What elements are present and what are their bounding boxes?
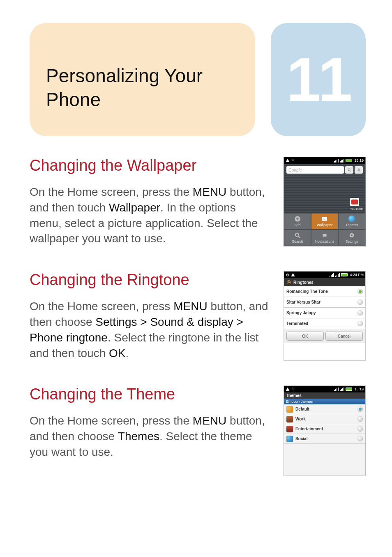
menu-themes[interactable]: Themes bbox=[338, 213, 365, 230]
section-wallpaper: Changing the Wallpaper On the Home scree… bbox=[30, 157, 366, 246]
status-time: 15:19 bbox=[354, 387, 364, 391]
radio-icon bbox=[357, 299, 363, 305]
theme-body: On the Home screen, press the MENU butto… bbox=[30, 413, 270, 460]
google-search-field[interactable]: Google bbox=[286, 166, 344, 174]
ringtone-item[interactable]: Sitar Versus Sitar bbox=[284, 297, 365, 308]
menu-search-label: Search bbox=[292, 239, 303, 244]
youtube-label: YouTube bbox=[350, 207, 363, 211]
ringtone-body: On the Home screen, press MENU button, a… bbox=[30, 299, 270, 361]
signal-3g-icon bbox=[334, 388, 339, 391]
themes-icon bbox=[348, 216, 355, 222]
signal-3g-icon bbox=[330, 273, 334, 277]
plus-icon bbox=[294, 216, 301, 222]
radio-icon bbox=[357, 436, 363, 441]
svg-point-1 bbox=[348, 168, 350, 171]
svg-point-11 bbox=[288, 282, 290, 283]
chapter-number: 11 bbox=[286, 44, 350, 115]
chapter-title-card: Personalizing Your Phone bbox=[30, 23, 255, 136]
ringtone-item[interactable]: Romancing The Tone bbox=[284, 286, 365, 297]
ringtone-heading: Changing the Ringtone bbox=[30, 271, 270, 289]
chapter-number-card: 11 bbox=[271, 23, 366, 136]
theme-entertainment-icon bbox=[286, 426, 293, 432]
image-icon bbox=[321, 216, 328, 222]
menu-themes-label: Themes bbox=[346, 223, 358, 227]
themes-titlebar: Themes bbox=[284, 392, 365, 399]
status-bar: 4:24 PM bbox=[284, 272, 365, 278]
gear-icon bbox=[348, 232, 355, 239]
voice-button[interactable] bbox=[355, 166, 363, 174]
signal-icon bbox=[340, 159, 344, 162]
youtube-shortcut[interactable]: YouTube bbox=[350, 198, 363, 211]
radio-icon bbox=[357, 310, 363, 316]
svg-point-12 bbox=[293, 388, 293, 389]
menu-wallpaper[interactable]: Wallpaper bbox=[311, 213, 338, 230]
theme-item[interactable]: Work bbox=[284, 414, 365, 424]
screenshot-wallpaper: 15:19 Google YouTube bbox=[284, 157, 366, 246]
battery-icon bbox=[341, 273, 348, 276]
theme-item[interactable]: Default bbox=[284, 404, 365, 414]
ringtone-item[interactable]: Terminated bbox=[284, 318, 365, 329]
usb-icon bbox=[291, 158, 295, 162]
radio-icon bbox=[357, 416, 363, 422]
ringtone-item[interactable]: Springy Jalopy bbox=[284, 308, 365, 318]
search-icon bbox=[294, 232, 301, 239]
menu-add[interactable]: Add bbox=[284, 213, 311, 230]
warning-icon bbox=[291, 273, 295, 277]
theme-item[interactable]: Entertainment bbox=[284, 424, 365, 434]
wallpaper-body: On the Home screen, press the MENU butto… bbox=[30, 184, 270, 246]
signal-3g-icon bbox=[334, 159, 339, 162]
warning-icon bbox=[286, 387, 290, 391]
options-menu: Add Wallpaper Themes Search Notification… bbox=[284, 213, 365, 246]
ringtone-list: Romancing The Tone Sitar Versus Sitar Sp… bbox=[284, 286, 365, 329]
radio-icon bbox=[357, 289, 363, 294]
menu-search[interactable]: Search bbox=[284, 230, 311, 246]
theme-social-icon bbox=[286, 436, 293, 442]
radio-icon bbox=[357, 426, 363, 432]
home-screen: Google YouTube bbox=[284, 164, 365, 213]
warning-icon bbox=[286, 158, 290, 162]
menu-settings-label: Settings bbox=[346, 239, 358, 244]
ok-button[interactable]: OK bbox=[286, 332, 324, 341]
chapter-title: Personalizing Your Phone bbox=[46, 64, 239, 111]
svg-point-0 bbox=[293, 159, 293, 160]
mic-icon bbox=[357, 168, 361, 172]
signal-icon bbox=[335, 273, 340, 277]
status-bar: 15:19 bbox=[284, 157, 365, 164]
cancel-button[interactable]: Cancel bbox=[325, 332, 363, 341]
screenshot-ringtone: 4:24 PM Ringtones Romancing The Tone Sit… bbox=[284, 271, 366, 361]
theme-heading: Changing the Theme bbox=[30, 385, 270, 403]
menu-settings[interactable]: Settings bbox=[338, 230, 365, 246]
alarm-icon bbox=[286, 273, 290, 277]
themes-subheader: Emotion themes bbox=[284, 399, 365, 404]
battery-icon bbox=[346, 388, 352, 391]
theme-item[interactable]: Social bbox=[284, 434, 365, 444]
status-time: 4:24 PM bbox=[350, 273, 364, 277]
menu-notifications[interactable]: Notifications bbox=[311, 230, 338, 246]
svg-rect-6 bbox=[323, 234, 326, 237]
signal-icon bbox=[340, 388, 344, 391]
svg-rect-2 bbox=[358, 168, 360, 170]
theme-default-icon bbox=[286, 406, 293, 413]
theme-list: Default Work Entertainment Social bbox=[284, 404, 365, 444]
svg-point-8 bbox=[351, 234, 353, 236]
radio-icon bbox=[357, 321, 363, 326]
theme-work-icon bbox=[286, 416, 293, 422]
screenshot-theme: 15:19 Themes Emotion themes Default Work… bbox=[284, 385, 366, 476]
ringtones-header: Ringtones bbox=[284, 278, 365, 286]
section-theme: Changing the Theme On the Home screen, p… bbox=[30, 385, 366, 476]
section-ringtone: Changing the Ringtone On the Home screen… bbox=[30, 271, 366, 361]
menu-wallpaper-label: Wallpaper bbox=[317, 223, 332, 227]
search-button[interactable] bbox=[345, 166, 353, 174]
ringtone-icon bbox=[286, 280, 291, 285]
chapter-head: Personalizing Your Phone 11 bbox=[30, 23, 366, 136]
youtube-icon bbox=[350, 198, 359, 206]
svg-point-5 bbox=[295, 233, 299, 237]
battery-icon bbox=[346, 159, 352, 162]
status-bar: 15:19 bbox=[284, 386, 365, 392]
wallpaper-heading: Changing the Wallpaper bbox=[30, 157, 270, 174]
menu-notifications-label: Notifications bbox=[315, 239, 334, 244]
radio-icon bbox=[357, 406, 363, 412]
status-time: 15:19 bbox=[354, 158, 364, 162]
usb-icon bbox=[291, 387, 295, 391]
notifications-icon bbox=[321, 232, 328, 239]
